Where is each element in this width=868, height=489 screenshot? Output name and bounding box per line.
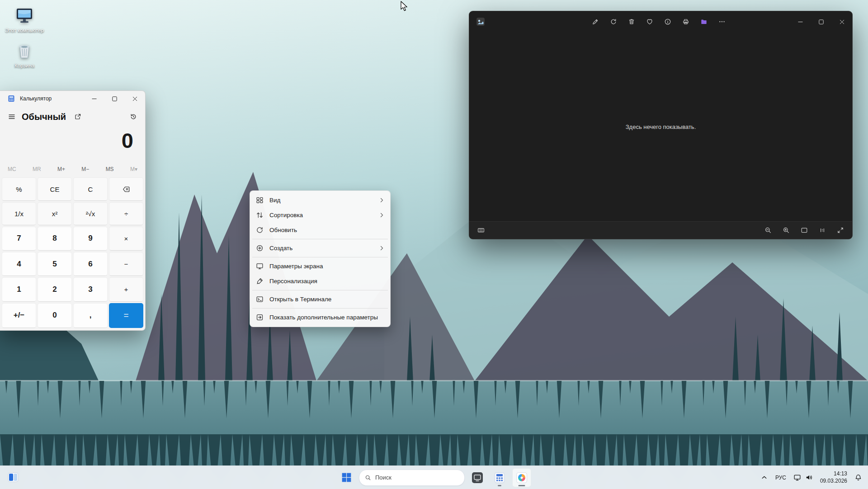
memory-recall-button[interactable]: MR xyxy=(33,166,41,172)
calc-key-8[interactable]: 8 xyxy=(38,227,72,251)
sort-icon xyxy=(256,211,264,219)
calc-key-add[interactable]: + xyxy=(109,277,143,301)
menu-icon[interactable] xyxy=(4,109,20,124)
calc-key-negate[interactable]: +/− xyxy=(2,303,36,328)
print-image-button[interactable] xyxy=(678,14,693,29)
taskbar-dark-window-app-button[interactable] xyxy=(468,468,487,487)
calc-key-clear[interactable]: C xyxy=(73,177,108,201)
taskbar-search-box[interactable]: Поиск xyxy=(359,470,465,486)
calc-key-percent[interactable]: % xyxy=(2,177,36,201)
calc-key-square[interactable]: x² xyxy=(38,202,72,225)
desktop-icon-recycle-bin[interactable]: Корзина xyxy=(4,41,45,69)
calculator-maximize-button[interactable] xyxy=(104,91,125,106)
memory-flyout-button[interactable]: M▾ xyxy=(130,166,137,172)
open-folder-button[interactable] xyxy=(696,14,711,29)
filmstrip-toggle-button[interactable] xyxy=(475,224,487,236)
memory-clear-button[interactable]: MC xyxy=(8,166,16,172)
history-icon[interactable] xyxy=(125,109,142,124)
desktop: Этот компьютер Корзина Калькулятор xyxy=(0,0,868,489)
favorite-image-button[interactable] xyxy=(642,14,657,29)
fit-to-window-button[interactable] xyxy=(798,224,811,236)
context-menu-item-display-settings[interactable]: Параметры экрана xyxy=(252,259,388,274)
calc-key-square-root[interactable]: ²√x xyxy=(73,202,108,225)
calculator-window-title: Калькулятор xyxy=(20,95,52,102)
image-info-button[interactable] xyxy=(660,14,675,29)
network-volume-button[interactable] xyxy=(790,469,816,487)
context-menu-item-open-in-terminal[interactable]: Открыть в Терминале xyxy=(252,292,388,307)
calc-key-4[interactable]: 4 xyxy=(2,252,36,276)
calc-key-0[interactable]: 0 xyxy=(38,303,72,328)
calc-key-equals[interactable]: = xyxy=(109,303,143,328)
calc-key-multiply[interactable]: × xyxy=(109,227,143,251)
taskbar-center-group: Поиск xyxy=(337,466,531,489)
desktop-context-menu: Вид Сортировка Обновить Создать xyxy=(250,190,391,327)
photos-statusbar xyxy=(469,221,852,239)
calc-key-5[interactable]: 5 xyxy=(38,252,72,276)
memory-store-button[interactable]: MS xyxy=(106,166,114,172)
delete-image-button[interactable] xyxy=(624,14,639,29)
notification-center-button[interactable] xyxy=(851,469,865,487)
fit-to-window-icon xyxy=(801,227,808,234)
zoom-in-button[interactable] xyxy=(780,224,793,236)
calc-key-2[interactable]: 2 xyxy=(38,277,72,301)
fullscreen-button[interactable] xyxy=(834,224,847,236)
calc-key-subtract[interactable]: − xyxy=(109,252,143,276)
maximize-icon xyxy=(819,19,824,24)
calc-key-decimal[interactable]: , xyxy=(73,303,108,328)
info-icon xyxy=(664,18,671,25)
edit-image-button[interactable] xyxy=(588,14,603,29)
calc-key-1[interactable]: 1 xyxy=(2,277,36,301)
zoom-out-button[interactable] xyxy=(762,224,774,236)
refresh-icon xyxy=(256,226,264,234)
taskbar-corner-app-button[interactable] xyxy=(5,470,21,485)
taskbar-photos-app-button[interactable] xyxy=(512,468,531,487)
context-menu-item-view[interactable]: Вид xyxy=(252,193,388,208)
calc-key-7[interactable]: 7 xyxy=(2,227,36,251)
open-app-indicator xyxy=(498,485,501,486)
calc-key-3[interactable]: 3 xyxy=(73,277,108,301)
calculator-mode-label[interactable]: Обычный xyxy=(22,112,66,122)
desktop-icon-this-pc[interactable]: Этот компьютер xyxy=(4,5,45,33)
taskbar-clock[interactable]: 14:13 09.03.2026 xyxy=(817,470,850,484)
context-menu-item-new[interactable]: Создать xyxy=(252,241,388,256)
photos-content-area: Здесь нечего показывать. xyxy=(469,32,852,221)
tray-overflow-button[interactable] xyxy=(757,469,771,487)
calc-key-9[interactable]: 9 xyxy=(73,227,108,251)
calculator-close-button[interactable] xyxy=(125,91,145,106)
photos-empty-message: Здесь нечего показывать. xyxy=(626,123,696,130)
actual-size-button[interactable] xyxy=(816,224,829,236)
search-icon xyxy=(365,475,371,481)
calc-key-divide[interactable]: ÷ xyxy=(109,202,143,225)
keep-on-top-icon[interactable] xyxy=(70,109,86,124)
memory-add-button[interactable]: M+ xyxy=(57,166,65,172)
terminal-icon xyxy=(256,295,264,303)
photos-close-button[interactable] xyxy=(831,11,852,32)
taskbar-calculator-app-button[interactable] xyxy=(490,468,509,487)
context-menu-item-sort[interactable]: Сортировка xyxy=(252,208,388,223)
calc-key-backspace[interactable] xyxy=(109,177,143,201)
calc-key-clear-entry[interactable]: CE xyxy=(38,177,72,201)
calculator-window: Калькулятор Обычный xyxy=(0,90,146,331)
calculator-minimize-button[interactable] xyxy=(84,91,104,106)
context-menu-label: Сортировка xyxy=(269,212,303,218)
see-more-button[interactable] xyxy=(714,14,729,29)
start-button[interactable] xyxy=(337,468,356,487)
taskbar-system-tray: РУС 14:13 09.03.2026 xyxy=(757,466,865,489)
photos-maximize-button[interactable] xyxy=(811,11,831,32)
photos-minimize-button[interactable] xyxy=(790,11,811,32)
calc-key-6[interactable]: 6 xyxy=(73,252,108,276)
maximize-icon xyxy=(112,96,117,101)
memory-subtract-button[interactable]: M− xyxy=(81,166,89,172)
rotate-image-button[interactable] xyxy=(606,14,621,29)
calc-key-reciprocal[interactable]: 1/x xyxy=(2,202,36,225)
chevron-up-icon xyxy=(760,474,768,481)
language-indicator[interactable]: РУС xyxy=(772,475,789,481)
close-icon xyxy=(840,19,844,24)
personalize-brush-icon xyxy=(256,277,264,285)
display-settings-icon xyxy=(256,262,264,270)
context-menu-item-personalize[interactable]: Персонализация xyxy=(252,274,388,289)
zoom-in-icon xyxy=(783,227,790,234)
context-menu-label: Параметры экрана xyxy=(269,263,323,270)
context-menu-item-show-more-options[interactable]: Показать дополнительные параметры xyxy=(252,310,388,325)
context-menu-item-refresh[interactable]: Обновить xyxy=(252,223,388,237)
